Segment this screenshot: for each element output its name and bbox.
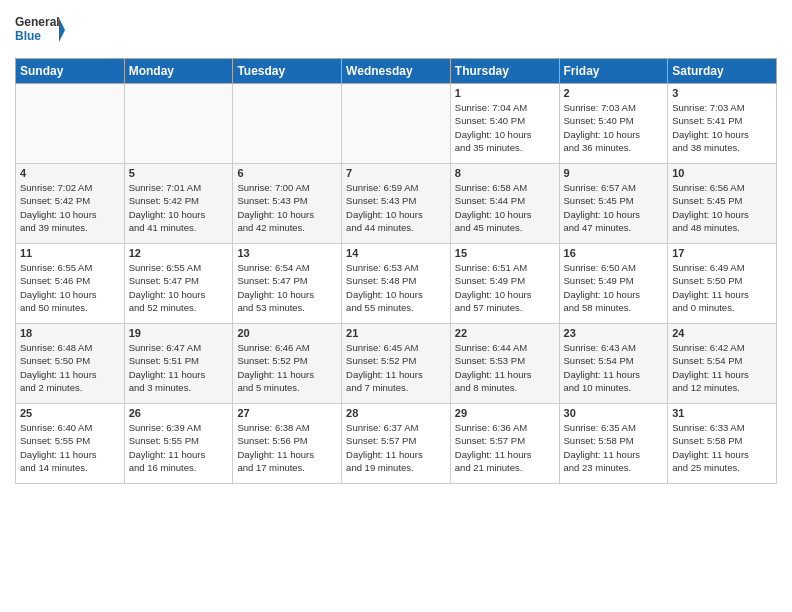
- day-number: 8: [455, 167, 555, 179]
- day-number: 31: [672, 407, 772, 419]
- header-row: SundayMondayTuesdayWednesdayThursdayFrid…: [16, 59, 777, 84]
- day-info: Sunrise: 6:55 AM Sunset: 5:46 PM Dayligh…: [20, 261, 120, 314]
- day-number: 29: [455, 407, 555, 419]
- calendar-cell: 14Sunrise: 6:53 AM Sunset: 5:48 PM Dayli…: [342, 244, 451, 324]
- calendar-cell: 1Sunrise: 7:04 AM Sunset: 5:40 PM Daylig…: [450, 84, 559, 164]
- calendar-cell: [124, 84, 233, 164]
- logo-svg: General Blue: [15, 10, 65, 50]
- header-day-thursday: Thursday: [450, 59, 559, 84]
- day-info: Sunrise: 6:54 AM Sunset: 5:47 PM Dayligh…: [237, 261, 337, 314]
- day-number: 24: [672, 327, 772, 339]
- day-info: Sunrise: 7:00 AM Sunset: 5:43 PM Dayligh…: [237, 181, 337, 234]
- calendar-cell: 9Sunrise: 6:57 AM Sunset: 5:45 PM Daylig…: [559, 164, 668, 244]
- header-day-tuesday: Tuesday: [233, 59, 342, 84]
- day-info: Sunrise: 6:40 AM Sunset: 5:55 PM Dayligh…: [20, 421, 120, 474]
- day-info: Sunrise: 6:59 AM Sunset: 5:43 PM Dayligh…: [346, 181, 446, 234]
- day-number: 3: [672, 87, 772, 99]
- day-number: 22: [455, 327, 555, 339]
- day-info: Sunrise: 6:50 AM Sunset: 5:49 PM Dayligh…: [564, 261, 664, 314]
- calendar-cell: [233, 84, 342, 164]
- header-day-monday: Monday: [124, 59, 233, 84]
- calendar-cell: 13Sunrise: 6:54 AM Sunset: 5:47 PM Dayli…: [233, 244, 342, 324]
- day-number: 13: [237, 247, 337, 259]
- calendar-cell: 16Sunrise: 6:50 AM Sunset: 5:49 PM Dayli…: [559, 244, 668, 324]
- calendar-cell: 22Sunrise: 6:44 AM Sunset: 5:53 PM Dayli…: [450, 324, 559, 404]
- calendar-cell: [16, 84, 125, 164]
- day-info: Sunrise: 6:42 AM Sunset: 5:54 PM Dayligh…: [672, 341, 772, 394]
- day-info: Sunrise: 6:45 AM Sunset: 5:52 PM Dayligh…: [346, 341, 446, 394]
- day-info: Sunrise: 6:53 AM Sunset: 5:48 PM Dayligh…: [346, 261, 446, 314]
- day-info: Sunrise: 6:58 AM Sunset: 5:44 PM Dayligh…: [455, 181, 555, 234]
- calendar-cell: 21Sunrise: 6:45 AM Sunset: 5:52 PM Dayli…: [342, 324, 451, 404]
- day-number: 16: [564, 247, 664, 259]
- day-number: 25: [20, 407, 120, 419]
- day-number: 9: [564, 167, 664, 179]
- svg-text:Blue: Blue: [15, 29, 41, 43]
- calendar-cell: 30Sunrise: 6:35 AM Sunset: 5:58 PM Dayli…: [559, 404, 668, 484]
- day-info: Sunrise: 6:46 AM Sunset: 5:52 PM Dayligh…: [237, 341, 337, 394]
- calendar-cell: 31Sunrise: 6:33 AM Sunset: 5:58 PM Dayli…: [668, 404, 777, 484]
- week-row-1: 1Sunrise: 7:04 AM Sunset: 5:40 PM Daylig…: [16, 84, 777, 164]
- calendar-cell: 20Sunrise: 6:46 AM Sunset: 5:52 PM Dayli…: [233, 324, 342, 404]
- calendar-cell: 29Sunrise: 6:36 AM Sunset: 5:57 PM Dayli…: [450, 404, 559, 484]
- calendar-cell: 11Sunrise: 6:55 AM Sunset: 5:46 PM Dayli…: [16, 244, 125, 324]
- day-info: Sunrise: 6:47 AM Sunset: 5:51 PM Dayligh…: [129, 341, 229, 394]
- calendar-cell: 7Sunrise: 6:59 AM Sunset: 5:43 PM Daylig…: [342, 164, 451, 244]
- calendar-cell: 15Sunrise: 6:51 AM Sunset: 5:49 PM Dayli…: [450, 244, 559, 324]
- day-number: 27: [237, 407, 337, 419]
- day-number: 18: [20, 327, 120, 339]
- logo: General Blue: [15, 10, 65, 50]
- day-number: 19: [129, 327, 229, 339]
- day-number: 23: [564, 327, 664, 339]
- week-row-4: 18Sunrise: 6:48 AM Sunset: 5:50 PM Dayli…: [16, 324, 777, 404]
- day-info: Sunrise: 6:37 AM Sunset: 5:57 PM Dayligh…: [346, 421, 446, 474]
- day-number: 11: [20, 247, 120, 259]
- day-number: 26: [129, 407, 229, 419]
- calendar-cell: 24Sunrise: 6:42 AM Sunset: 5:54 PM Dayli…: [668, 324, 777, 404]
- week-row-3: 11Sunrise: 6:55 AM Sunset: 5:46 PM Dayli…: [16, 244, 777, 324]
- week-row-2: 4Sunrise: 7:02 AM Sunset: 5:42 PM Daylig…: [16, 164, 777, 244]
- calendar-cell: 17Sunrise: 6:49 AM Sunset: 5:50 PM Dayli…: [668, 244, 777, 324]
- calendar-cell: 26Sunrise: 6:39 AM Sunset: 5:55 PM Dayli…: [124, 404, 233, 484]
- day-number: 5: [129, 167, 229, 179]
- header-day-friday: Friday: [559, 59, 668, 84]
- day-number: 7: [346, 167, 446, 179]
- header-day-wednesday: Wednesday: [342, 59, 451, 84]
- calendar-cell: 18Sunrise: 6:48 AM Sunset: 5:50 PM Dayli…: [16, 324, 125, 404]
- day-info: Sunrise: 6:55 AM Sunset: 5:47 PM Dayligh…: [129, 261, 229, 314]
- calendar-cell: 4Sunrise: 7:02 AM Sunset: 5:42 PM Daylig…: [16, 164, 125, 244]
- day-info: Sunrise: 6:36 AM Sunset: 5:57 PM Dayligh…: [455, 421, 555, 474]
- svg-marker-2: [59, 18, 65, 42]
- day-info: Sunrise: 6:35 AM Sunset: 5:58 PM Dayligh…: [564, 421, 664, 474]
- day-number: 12: [129, 247, 229, 259]
- calendar-cell: 27Sunrise: 6:38 AM Sunset: 5:56 PM Dayli…: [233, 404, 342, 484]
- calendar-cell: 28Sunrise: 6:37 AM Sunset: 5:57 PM Dayli…: [342, 404, 451, 484]
- calendar-table: SundayMondayTuesdayWednesdayThursdayFrid…: [15, 58, 777, 484]
- calendar-cell: 5Sunrise: 7:01 AM Sunset: 5:42 PM Daylig…: [124, 164, 233, 244]
- day-info: Sunrise: 6:49 AM Sunset: 5:50 PM Dayligh…: [672, 261, 772, 314]
- day-number: 6: [237, 167, 337, 179]
- week-row-5: 25Sunrise: 6:40 AM Sunset: 5:55 PM Dayli…: [16, 404, 777, 484]
- calendar-cell: 25Sunrise: 6:40 AM Sunset: 5:55 PM Dayli…: [16, 404, 125, 484]
- day-info: Sunrise: 6:44 AM Sunset: 5:53 PM Dayligh…: [455, 341, 555, 394]
- calendar-cell: 3Sunrise: 7:03 AM Sunset: 5:41 PM Daylig…: [668, 84, 777, 164]
- day-info: Sunrise: 6:51 AM Sunset: 5:49 PM Dayligh…: [455, 261, 555, 314]
- day-number: 17: [672, 247, 772, 259]
- day-number: 28: [346, 407, 446, 419]
- day-number: 15: [455, 247, 555, 259]
- day-info: Sunrise: 6:39 AM Sunset: 5:55 PM Dayligh…: [129, 421, 229, 474]
- day-info: Sunrise: 7:02 AM Sunset: 5:42 PM Dayligh…: [20, 181, 120, 234]
- calendar-cell: 6Sunrise: 7:00 AM Sunset: 5:43 PM Daylig…: [233, 164, 342, 244]
- day-number: 20: [237, 327, 337, 339]
- calendar-cell: 19Sunrise: 6:47 AM Sunset: 5:51 PM Dayli…: [124, 324, 233, 404]
- day-info: Sunrise: 7:04 AM Sunset: 5:40 PM Dayligh…: [455, 101, 555, 154]
- calendar-cell: 2Sunrise: 7:03 AM Sunset: 5:40 PM Daylig…: [559, 84, 668, 164]
- page-header: General Blue: [15, 10, 777, 50]
- day-number: 2: [564, 87, 664, 99]
- header-day-saturday: Saturday: [668, 59, 777, 84]
- calendar-cell: 8Sunrise: 6:58 AM Sunset: 5:44 PM Daylig…: [450, 164, 559, 244]
- day-info: Sunrise: 6:33 AM Sunset: 5:58 PM Dayligh…: [672, 421, 772, 474]
- day-number: 10: [672, 167, 772, 179]
- day-number: 4: [20, 167, 120, 179]
- header-day-sunday: Sunday: [16, 59, 125, 84]
